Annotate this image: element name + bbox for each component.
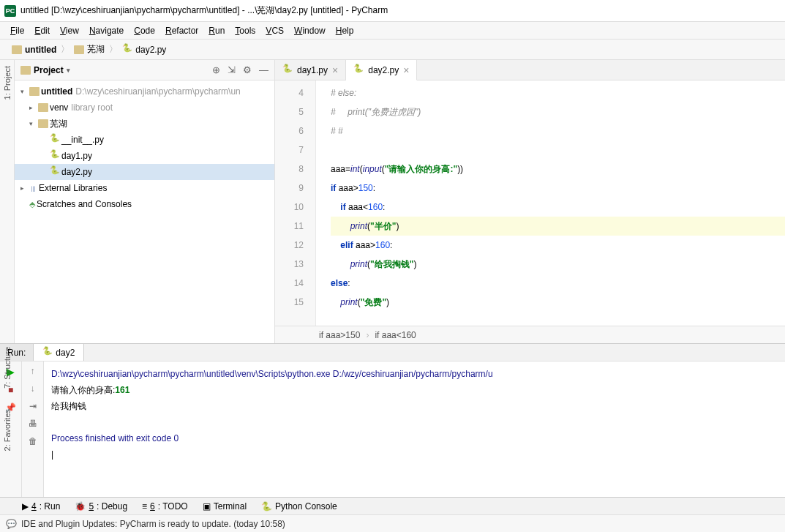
tab-day1.py[interactable]: day1.py× — [275, 60, 346, 80]
bottom-tab-python-console[interactable]: 🐍 Python Console — [261, 501, 337, 512]
tab-close-icon[interactable]: × — [332, 64, 338, 76]
run-toolbar-2: ↑ ↓ ⇥ 🖶 🗑 — [22, 361, 44, 497]
tree-item-7[interactable]: ⬘Scratches and Consoles — [15, 196, 274, 212]
menu-edit[interactable]: Edit — [30, 24, 54, 37]
project-panel: Project ▾ ⊕ ⇲ ⚙ — ▾untitledD:\wzy\ceshir… — [15, 60, 275, 343]
bottom-tab-run[interactable]: ▶ 4: Run — [22, 501, 60, 512]
tree-item-2[interactable]: ▾芜湖 — [15, 116, 274, 132]
balloon-icon[interactable]: 💬 — [6, 519, 17, 529]
project-folder-icon — [20, 66, 31, 75]
collapse-icon[interactable]: ⇲ — [228, 64, 236, 75]
status-text: IDE and Plugin Updates: PyCharm is ready… — [21, 519, 285, 529]
project-panel-title: Project — [34, 65, 64, 75]
print-icon[interactable]: 🖶 — [29, 419, 37, 429]
bottom-tab-terminal[interactable]: ▣ Terminal — [203, 501, 247, 512]
menu-tools[interactable]: Tools — [230, 24, 260, 37]
up-icon[interactable]: ↑ — [31, 366, 35, 376]
code-editor[interactable]: 456789101112131415 # else:# print("免费进虎园… — [275, 80, 785, 326]
trash-icon[interactable]: 🗑 — [29, 436, 37, 446]
nav-breadcrumb: untitled〉芜湖〉day2.py — [0, 40, 785, 60]
menu-refactor[interactable]: Refactor — [161, 24, 203, 37]
tree-item-6[interactable]: ▸⫼External Libraries — [15, 180, 274, 196]
run-panel: Run: day2 ▶ ■ 📌 ↑ ↓ ⇥ 🖶 🗑 D:\wzy\ceshiru… — [0, 343, 785, 497]
crumb-1[interactable]: 芜湖 — [71, 42, 108, 57]
tree-item-5[interactable]: day2.py — [15, 164, 274, 180]
dropdown-icon[interactable]: ▾ — [67, 67, 70, 74]
console-cmd: D:\wzy\ceshiruanjian\pycharm\pycharm\unt… — [51, 369, 493, 379]
menu-window[interactable]: Window — [290, 24, 330, 37]
down-icon[interactable]: ↓ — [31, 383, 35, 394]
menu-view[interactable]: View — [56, 24, 83, 37]
bottom-tool-tabs: ▶ 4: Run🐞 5: Debug≡ 6: TODO▣ Terminal🐍 P… — [0, 497, 785, 514]
window-title: untitled [D:\wzy\ceshiruanjian\pycharm\p… — [20, 4, 388, 17]
menu-navigate[interactable]: Navigate — [85, 24, 128, 37]
gear-icon[interactable]: ⚙ — [243, 64, 252, 75]
tree-item-3[interactable]: __init__.py — [15, 132, 274, 148]
crumb-0[interactable]: untitled — [9, 43, 59, 56]
crumb-2[interactable]: day2.py — [119, 43, 169, 56]
menu-file[interactable]: File — [6, 24, 29, 37]
menu-help[interactable]: Help — [331, 24, 358, 37]
bottom-tab-debug[interactable]: 🐞 5: Debug — [75, 501, 127, 512]
target-icon[interactable]: ⊕ — [212, 64, 220, 75]
console-input: 161 — [115, 385, 129, 395]
context-1[interactable]: if aaa<160 — [375, 330, 416, 340]
menubar: FileEditViewNavigateCodeRefactorRunTools… — [0, 22, 785, 40]
menu-code[interactable]: Code — [129, 24, 159, 37]
console-prompt: 请输入你的身高: — [51, 385, 115, 395]
statusbar: 💬 IDE and Plugin Updates: PyCharm is rea… — [0, 514, 785, 532]
console-exit: Process finished with exit code 0 — [51, 430, 778, 446]
tab-close-icon[interactable]: × — [403, 64, 409, 76]
code-area[interactable]: # else:# print("免费进虎园")# # aaa=int(input… — [316, 80, 785, 326]
menu-vcs[interactable]: VCS — [261, 24, 288, 37]
python-icon — [42, 348, 53, 358]
left-tool-rail: 1: Project — [0, 60, 15, 343]
hide-icon[interactable]: — — [259, 64, 268, 75]
titlebar: PC untitled [D:\wzy\ceshiruanjian\pychar… — [0, 0, 785, 22]
bottom-tab-todo[interactable]: ≡ 6: TODO — [142, 501, 188, 512]
editor-tabs: day1.py×day2.py× — [275, 60, 785, 80]
tab-day2.py[interactable]: day2.py× — [346, 60, 417, 80]
wrap-icon[interactable]: ⇥ — [29, 401, 37, 411]
console-result: 给我掏钱 — [51, 398, 778, 414]
context-0[interactable]: if aaa>150 — [319, 330, 360, 340]
menu-run[interactable]: Run — [204, 24, 229, 37]
rail-favorites[interactable]: 2: Favorites — [3, 406, 12, 454]
rail-structure[interactable]: 7: Structure — [3, 344, 12, 391]
run-tab-label: day2 — [56, 348, 75, 358]
tree-item-0[interactable]: ▾untitledD:\wzy\ceshiruanjian\pycharm\py… — [15, 83, 274, 100]
project-tree[interactable]: ▾untitledD:\wzy\ceshiruanjian\pycharm\py… — [15, 80, 274, 343]
pycharm-logo-icon: PC — [4, 5, 16, 17]
editor-context-bar: if aaa>150 › if aaa<160 — [275, 326, 785, 343]
tree-item-4[interactable]: day1.py — [15, 148, 274, 164]
run-tab[interactable]: day2 — [34, 344, 84, 361]
line-gutter: 456789101112131415 — [275, 80, 316, 326]
console-output[interactable]: D:\wzy\ceshiruanjian\pycharm\pycharm\unt… — [44, 361, 785, 497]
tree-item-1[interactable]: ▸venvlibrary root — [15, 100, 274, 116]
rail-project[interactable]: 1: Project — [3, 63, 12, 102]
